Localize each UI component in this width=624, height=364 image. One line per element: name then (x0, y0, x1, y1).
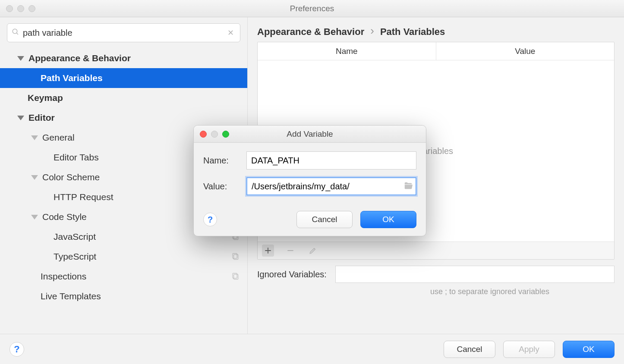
svg-line-1 (16, 33, 18, 35)
chevron-down-icon (31, 175, 38, 180)
search-icon (12, 28, 19, 38)
svg-point-0 (13, 29, 17, 34)
preferences-footer: ? Cancel Apply OK (0, 334, 624, 364)
tree-item-typescript[interactable]: TypeScript (0, 247, 247, 267)
chevron-down-icon (31, 215, 38, 220)
tree-item-keymap[interactable]: Keymap (0, 88, 247, 108)
tree-label: Code Style (42, 212, 87, 222)
dialog-ok-button[interactable]: OK (360, 211, 416, 228)
tree-item-path-variables[interactable]: Path Variables (0, 68, 247, 88)
breadcrumb: Appearance & Behavior › Path Variables (248, 17, 624, 42)
search-input[interactable] (19, 28, 226, 38)
tree-label: Editor Tabs (54, 152, 99, 163)
tree-item-live-templates[interactable]: Live Templates (0, 286, 247, 306)
chevron-right-icon: › (370, 24, 374, 38)
tree-label: HTTP Request (54, 192, 113, 202)
tree-item-appearance-behavior[interactable]: Appearance & Behavior (0, 48, 247, 68)
dialog-cancel-button[interactable]: Cancel (296, 211, 353, 228)
name-input[interactable] (246, 151, 416, 169)
remove-button[interactable] (284, 245, 296, 257)
svg-rect-6 (233, 273, 237, 279)
dialog-help-button[interactable]: ? (203, 213, 217, 226)
tree-label: Color Scheme (42, 172, 100, 182)
window-title: Preferences (0, 4, 624, 13)
breadcrumb-group[interactable]: Appearance & Behavior (257, 26, 364, 38)
tree-label: General (42, 132, 75, 143)
tree-label: Live Templates (41, 291, 101, 301)
window-titlebar: Preferences (0, 0, 624, 17)
dialog-title: Add Variable (194, 129, 426, 139)
chevron-down-icon (17, 56, 24, 61)
scheme-icon (231, 252, 240, 261)
svg-rect-7 (234, 274, 238, 279)
value-label: Value: (203, 182, 246, 191)
ignored-variables-hint: use ; to separate ignored variables (322, 286, 549, 296)
table-toolbar (258, 242, 614, 259)
add-button[interactable] (262, 245, 274, 257)
table-header-name[interactable]: Name (258, 42, 436, 60)
tree-label: JavaScript (54, 232, 96, 242)
tree-label: Keymap (28, 93, 63, 103)
dialog-titlebar: Add Variable (194, 126, 426, 143)
tree-label: Editor (28, 113, 55, 123)
help-button[interactable]: ? (9, 342, 24, 357)
svg-rect-4 (233, 254, 237, 259)
add-variable-dialog: Add Variable Name: Value: ? Cancel OK (193, 125, 426, 236)
search-field[interactable]: ✕ (7, 23, 240, 42)
apply-button[interactable]: Apply (503, 341, 555, 358)
value-input[interactable] (246, 177, 416, 195)
folder-icon[interactable] (403, 181, 413, 192)
scheme-icon (231, 272, 240, 281)
chevron-down-icon (17, 116, 24, 120)
tree-item-inspections[interactable]: Inspections (0, 267, 247, 286)
cancel-button[interactable]: Cancel (444, 341, 495, 358)
svg-rect-5 (234, 254, 238, 260)
ok-button[interactable]: OK (563, 341, 615, 358)
chevron-down-icon (31, 135, 38, 140)
table-header-value[interactable]: Value (436, 42, 615, 60)
clear-search-icon[interactable]: ✕ (226, 28, 236, 38)
tree-label: Inspections (41, 271, 86, 282)
ignored-variables-row: Ignored Variables: (257, 266, 615, 283)
edit-button[interactable] (307, 245, 319, 257)
name-label: Name: (203, 156, 246, 166)
tree-label: Appearance & Behavior (28, 53, 131, 63)
ignored-variables-label: Ignored Variables: (257, 270, 327, 279)
breadcrumb-page: Path Variables (380, 26, 445, 38)
tree-label: Path Variables (41, 73, 103, 83)
tree-label: TypeScript (54, 251, 96, 262)
ignored-variables-input[interactable] (335, 266, 615, 283)
